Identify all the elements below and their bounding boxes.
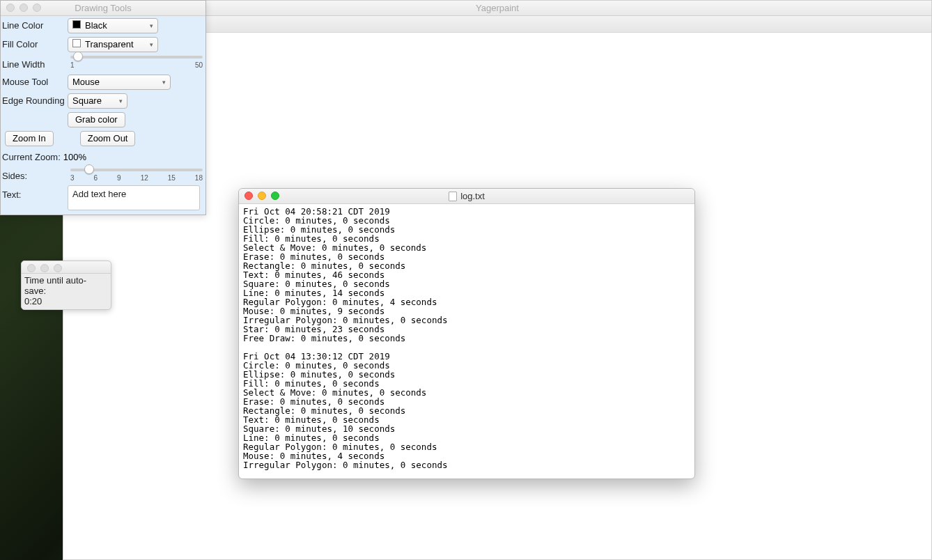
fill-color-label: Fill Color bbox=[1, 39, 68, 49]
line-width-min: 1 bbox=[70, 61, 75, 69]
sides-label: Sides: bbox=[1, 166, 68, 181]
chevron-down-icon: ▾ bbox=[150, 41, 153, 48]
black-swatch-icon bbox=[72, 20, 81, 29]
transparent-swatch-icon bbox=[72, 39, 81, 47]
sides-ticks: 3 6 9 12 15 18 bbox=[70, 174, 203, 182]
close-icon[interactable] bbox=[244, 192, 253, 200]
chevron-down-icon: ▾ bbox=[150, 22, 153, 29]
slider-thumb-icon[interactable] bbox=[73, 52, 83, 61]
minimize-icon[interactable] bbox=[20, 3, 28, 12]
autosave-value: 0:20 bbox=[24, 296, 108, 306]
minimize-icon[interactable] bbox=[258, 192, 266, 200]
zoom-icon[interactable] bbox=[54, 264, 62, 272]
chevron-down-icon: ▾ bbox=[119, 98, 123, 104]
line-width-slider[interactable] bbox=[70, 56, 203, 59]
edge-rounding-value: Square bbox=[72, 95, 102, 106]
minimize-icon[interactable] bbox=[40, 264, 49, 272]
zoom-out-button[interactable]: Zoom Out bbox=[80, 131, 136, 146]
autosave-label: Time until auto-save: bbox=[24, 275, 108, 296]
current-zoom-value: 100% bbox=[63, 152, 86, 162]
mouse-tool-select[interactable]: Mouse ▾ bbox=[68, 75, 171, 90]
autosave-titlebar[interactable] bbox=[22, 261, 111, 274]
chevron-down-icon: ▾ bbox=[162, 79, 166, 86]
edge-rounding-select[interactable]: Square ▾ bbox=[68, 93, 127, 109]
line-width-max: 50 bbox=[195, 61, 203, 69]
line-color-label: Line Color bbox=[1, 20, 68, 31]
text-label: Text: bbox=[1, 185, 68, 200]
line-color-value: Black bbox=[85, 20, 107, 31]
fill-color-select[interactable]: Transparent ▾ bbox=[68, 37, 158, 52]
log-window: log.txt Fri Oct 04 20:58:21 CDT 2019 Cir… bbox=[238, 188, 695, 479]
document-icon bbox=[449, 192, 457, 201]
mouse-tool-value: Mouse bbox=[72, 77, 100, 87]
tools-window: Drawing Tools Line Color Black ▾ Fill Co… bbox=[0, 0, 206, 215]
zoom-in-button[interactable]: Zoom In bbox=[5, 131, 54, 146]
line-color-select[interactable]: Black ▾ bbox=[68, 18, 158, 33]
close-icon[interactable] bbox=[6, 3, 15, 12]
fill-color-value: Transparent bbox=[85, 39, 134, 49]
log-titlebar[interactable]: log.txt bbox=[239, 189, 694, 204]
edge-rounding-label: Edge Rounding bbox=[1, 95, 68, 106]
grab-color-button[interactable]: Grab color bbox=[68, 112, 125, 127]
log-text-content[interactable]: Fri Oct 04 20:58:21 CDT 2019 Circle: 0 m… bbox=[239, 204, 694, 479]
tools-title: Drawing Tools bbox=[75, 3, 131, 13]
current-zoom-label: Current Zoom: bbox=[1, 152, 63, 162]
close-icon[interactable] bbox=[27, 264, 36, 272]
text-input[interactable]: Add text here bbox=[68, 185, 200, 210]
line-width-label: Line Width bbox=[1, 54, 68, 70]
mouse-tool-label: Mouse Tool bbox=[1, 77, 68, 87]
zoom-icon[interactable] bbox=[33, 3, 41, 12]
zoom-icon[interactable] bbox=[271, 192, 279, 200]
autosave-window: Time until auto-save: 0:20 bbox=[21, 260, 111, 310]
slider-thumb-icon[interactable] bbox=[84, 164, 94, 174]
main-title: Yagerpaint bbox=[476, 3, 519, 13]
log-title-text: log.txt bbox=[460, 191, 485, 201]
tools-titlebar[interactable]: Drawing Tools bbox=[1, 1, 205, 16]
sides-slider[interactable] bbox=[70, 169, 203, 171]
